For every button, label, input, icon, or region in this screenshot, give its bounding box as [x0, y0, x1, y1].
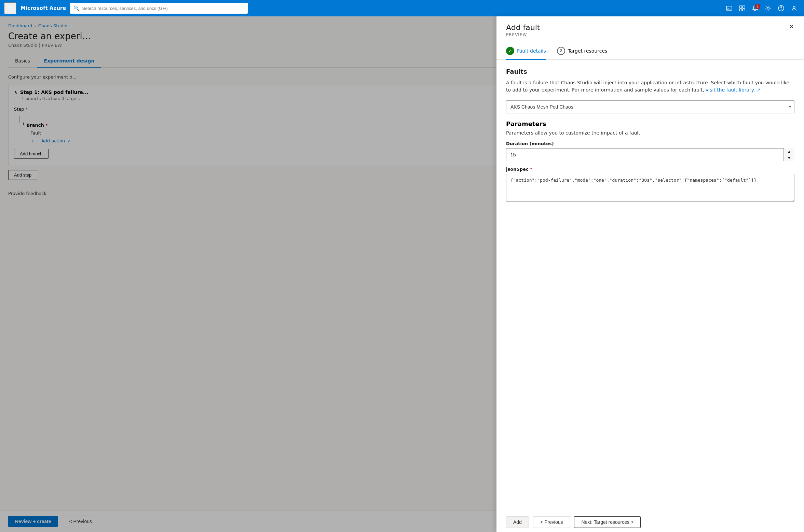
svg-rect-1: [739, 6, 742, 8]
checkmark-icon: ✓: [508, 48, 512, 53]
hamburger-icon[interactable]: ☰: [4, 2, 16, 14]
duration-field-group: Duration (minutes) ▲ ▼: [506, 141, 794, 161]
spin-buttons: ▲ ▼: [783, 148, 794, 161]
spin-up-button[interactable]: ▲: [784, 148, 794, 155]
topbar: ☰ Microsoft Azure 🔍 2: [0, 0, 804, 16]
duration-label: Duration (minutes): [506, 141, 794, 146]
add-fault-panel: Add fault ✕ PREVIEW ✓ Fault details 2 Ta…: [496, 16, 804, 532]
settings-icon[interactable]: [762, 3, 774, 13]
svg-rect-2: [742, 6, 745, 8]
step-label-target-resources: Target resources: [568, 48, 608, 54]
step-indicators: ✓ Fault details 2 Target resources: [496, 43, 804, 60]
jsonspec-label: jsonSpec *: [506, 167, 794, 172]
step-circle-2: 2: [557, 47, 565, 55]
svg-point-7: [781, 9, 781, 10]
svg-rect-4: [742, 9, 745, 11]
jsonspec-textarea[interactable]: [506, 174, 794, 202]
faults-section-title: Faults: [506, 68, 794, 75]
duration-input[interactable]: [506, 148, 794, 161]
spin-down-button[interactable]: ▼: [784, 155, 794, 162]
search-icon: 🔍: [73, 5, 79, 11]
panel-subtitle: PREVIEW: [506, 32, 794, 37]
help-icon[interactable]: [775, 3, 787, 13]
step-circle-1: ✓: [506, 47, 514, 55]
search-input[interactable]: [82, 6, 244, 11]
step-label-fault-details: Fault details: [517, 48, 546, 54]
portal-menu-icon[interactable]: [736, 3, 748, 13]
faults-description: A fault is a failure that Chaos Studio w…: [506, 79, 794, 94]
jsonspec-required-star: *: [530, 167, 532, 172]
panel-title-text: Add fault: [506, 23, 540, 32]
svg-point-5: [767, 7, 769, 9]
panel-previous-button[interactable]: < Previous: [533, 516, 570, 528]
parameters-title: Parameters: [506, 120, 794, 127]
account-icon[interactable]: [788, 3, 800, 13]
fault-select[interactable]: AKS Chaos Mesh Pod Chaos AKS Chaos Mesh …: [506, 100, 794, 113]
step-indicator-target-resources[interactable]: 2 Target resources: [557, 43, 608, 60]
search-bar[interactable]: 🔍: [70, 3, 248, 14]
brand-name: Microsoft Azure: [21, 5, 66, 11]
panel-footer: Add < Previous Next: Target resources >: [496, 512, 804, 532]
svg-rect-3: [739, 9, 742, 11]
external-link-icon: ↗: [757, 87, 761, 93]
svg-point-8: [793, 6, 795, 8]
notification-badge: 2: [755, 4, 760, 9]
panel-header: Add fault ✕ PREVIEW: [496, 16, 804, 43]
panel-next-button[interactable]: Next: Target resources >: [574, 516, 641, 528]
step-indicator-fault-details[interactable]: ✓ Fault details: [506, 43, 546, 60]
topbar-icons: 2: [723, 3, 800, 13]
fault-dropdown: AKS Chaos Mesh Pod Chaos AKS Chaos Mesh …: [506, 100, 794, 113]
panel-close-button[interactable]: ✕: [789, 23, 794, 30]
fault-library-link[interactable]: visit the fault library. ↗: [706, 87, 761, 93]
parameters-section: Parameters Parameters allow you to custo…: [506, 120, 794, 203]
duration-input-wrapper: ▲ ▼: [506, 148, 794, 161]
notifications-icon[interactable]: 2: [749, 3, 761, 13]
parameters-description: Parameters allow you to customize the im…: [506, 130, 794, 136]
panel-add-button[interactable]: Add: [506, 516, 529, 528]
jsonspec-field-group: jsonSpec *: [506, 167, 794, 203]
cloud-shell-icon[interactable]: [723, 3, 735, 13]
panel-body: Faults A fault is a failure that Chaos S…: [496, 60, 804, 512]
panel-title-row: Add fault ✕: [506, 23, 794, 32]
svg-rect-0: [726, 6, 732, 10]
